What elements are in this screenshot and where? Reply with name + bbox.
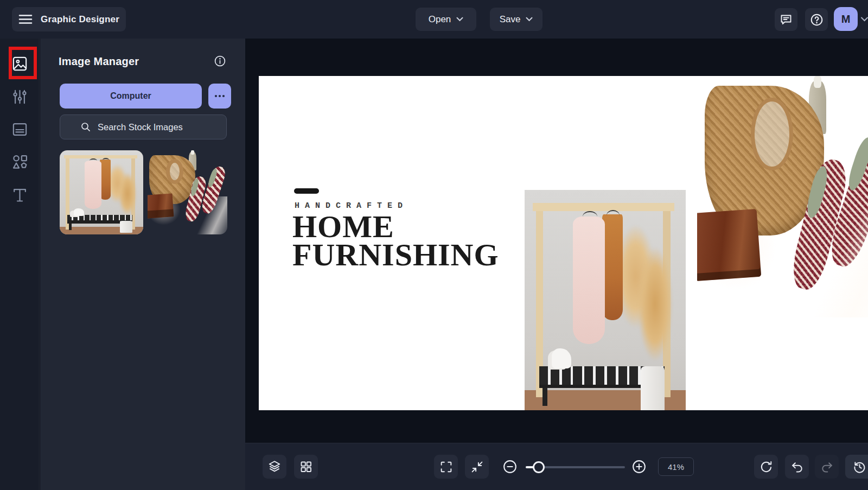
zoom-level-value: 41% bbox=[668, 462, 684, 472]
canvas-basket-shoes-photo[interactable] bbox=[697, 76, 868, 317]
stock-image-search[interactable] bbox=[60, 114, 227, 139]
sidebar-item-pages[interactable] bbox=[11, 121, 28, 138]
save-button-label: Save bbox=[500, 14, 521, 25]
more-options-button[interactable] bbox=[208, 84, 231, 109]
fullscreen-button[interactable] bbox=[434, 455, 458, 479]
panel-title: Image Manager bbox=[59, 55, 139, 68]
history-button[interactable] bbox=[845, 455, 868, 479]
fullscreen-icon bbox=[439, 460, 453, 474]
zoom-slider-knob[interactable] bbox=[533, 461, 545, 473]
search-input[interactable] bbox=[98, 122, 206, 132]
redo-icon bbox=[820, 460, 834, 474]
fit-screen-button[interactable] bbox=[465, 455, 489, 479]
design-canvas[interactable]: HANDCRAFTED HOME FURNISHING bbox=[259, 76, 868, 410]
avatar-initial: M bbox=[841, 13, 851, 26]
info-button[interactable] bbox=[214, 55, 226, 67]
bottom-toolbar: 41% bbox=[245, 443, 868, 490]
undo-icon bbox=[790, 460, 804, 474]
refresh-icon bbox=[760, 460, 773, 474]
chevron-down-icon bbox=[526, 17, 533, 22]
design-heading[interactable]: HOME FURNISHING bbox=[292, 213, 499, 269]
design-dash-element[interactable] bbox=[294, 188, 319, 194]
history-icon bbox=[853, 460, 866, 474]
open-button-label: Open bbox=[429, 14, 451, 25]
grid-icon bbox=[299, 460, 312, 473]
tool-sidebar bbox=[0, 39, 40, 490]
app-menu-button[interactable]: Graphic Designer bbox=[12, 7, 126, 31]
image-icon bbox=[11, 55, 28, 72]
sidebar-item-text[interactable] bbox=[11, 187, 28, 203]
clothing-rack-photo bbox=[60, 150, 143, 234]
sidebar-item-elements[interactable] bbox=[11, 154, 28, 170]
info-circle-icon bbox=[214, 55, 226, 67]
layers-icon bbox=[267, 460, 282, 474]
question-circle-icon bbox=[810, 13, 824, 27]
magnifier-icon bbox=[80, 122, 91, 132]
canvas-clothing-rack-photo[interactable] bbox=[525, 190, 686, 410]
hamburger-icon[interactable] bbox=[18, 14, 33, 24]
zoom-in-button[interactable] bbox=[631, 459, 647, 474]
fit-screen-icon bbox=[470, 460, 484, 474]
ellipsis-icon bbox=[214, 94, 225, 98]
redo-button[interactable] bbox=[815, 455, 839, 479]
zoom-out-icon bbox=[502, 459, 518, 474]
pages-grid-button[interactable] bbox=[294, 455, 318, 479]
layout-icon bbox=[11, 121, 28, 138]
shapes-icon bbox=[11, 154, 28, 170]
open-button[interactable]: Open bbox=[416, 8, 476, 31]
chevron-down-icon bbox=[456, 17, 463, 22]
top-bar: Graphic Designer Open Save M bbox=[0, 0, 868, 39]
avatar[interactable]: M bbox=[834, 7, 858, 31]
save-button[interactable]: Save bbox=[490, 8, 542, 31]
text-icon bbox=[11, 187, 28, 203]
sidebar-item-image-manager[interactable] bbox=[11, 55, 28, 72]
zoom-out-button[interactable] bbox=[502, 459, 518, 474]
zoom-level-input[interactable]: 41% bbox=[658, 457, 694, 476]
zoom-slider[interactable] bbox=[526, 466, 625, 468]
computer-source-label: Computer bbox=[110, 91, 151, 101]
comment-icon bbox=[780, 13, 793, 26]
basket-shoes-photo bbox=[148, 150, 227, 234]
zoom-in-icon bbox=[631, 459, 647, 474]
chevron-down-icon[interactable] bbox=[860, 16, 868, 22]
canvas-workspace[interactable]: HANDCRAFTED HOME FURNISHING bbox=[245, 39, 868, 443]
sliders-icon bbox=[11, 88, 28, 105]
feedback-button[interactable] bbox=[775, 8, 797, 31]
undo-button[interactable] bbox=[785, 455, 809, 479]
sidebar-item-adjust[interactable] bbox=[11, 88, 28, 105]
help-button[interactable] bbox=[805, 8, 828, 31]
refresh-button[interactable] bbox=[754, 455, 778, 479]
layers-button[interactable] bbox=[263, 455, 286, 479]
design-heading-line2: FURNISHING bbox=[292, 241, 499, 269]
thumbnail-basket-shoes[interactable] bbox=[148, 150, 227, 234]
app-title: Graphic Designer bbox=[41, 14, 119, 25]
thumbnail-clothing-rack[interactable] bbox=[60, 150, 143, 234]
computer-source-button[interactable]: Computer bbox=[60, 84, 202, 109]
image-manager-panel: Image Manager Computer bbox=[40, 39, 245, 490]
